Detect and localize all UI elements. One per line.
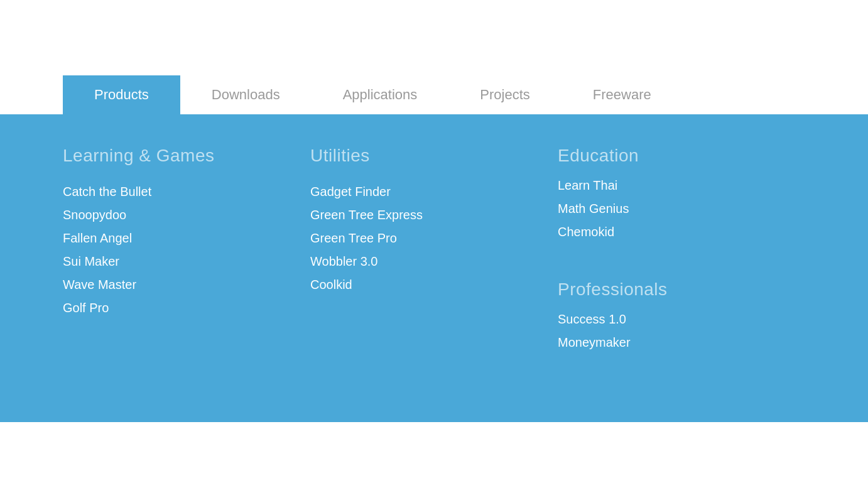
utilities-list: Gadget Finder Green Tree Express Green T…: [310, 185, 558, 292]
link-moneymaker[interactable]: Moneymaker: [558, 335, 631, 349]
education-list: Learn Thai Math Genius Chemokid: [558, 178, 805, 239]
list-item: Success 1.0: [558, 312, 805, 327]
list-item: Moneymaker: [558, 335, 805, 350]
link-fallen-angel[interactable]: Fallen Angel: [63, 231, 132, 245]
link-snoopydoo[interactable]: Snoopydoo: [63, 208, 126, 222]
top-area: [0, 0, 868, 75]
list-item: Wobbler 3.0: [310, 254, 558, 269]
list-item: Math Genius: [558, 202, 805, 216]
list-item: Chemokid: [558, 225, 805, 239]
link-wobbler[interactable]: Wobbler 3.0: [310, 254, 377, 268]
list-item: Sui Maker: [63, 254, 310, 269]
list-item: Fallen Angel: [63, 231, 310, 246]
list-item: Catch the Bullet: [63, 185, 310, 199]
link-golf-pro[interactable]: Golf Pro: [63, 301, 109, 315]
link-catch-the-bullet[interactable]: Catch the Bullet: [63, 185, 151, 198]
list-item: Green Tree Pro: [310, 231, 558, 246]
section-professionals: Professionals Success 1.0 Moneymaker: [558, 280, 805, 359]
section-education: Education Learn Thai Math Genius Chemoki…: [558, 146, 805, 248]
link-success[interactable]: Success 1.0: [558, 312, 626, 326]
tab-freeware[interactable]: Freeware: [561, 75, 683, 114]
column-title-education: Education: [558, 146, 805, 166]
link-wave-master[interactable]: Wave Master: [63, 278, 136, 291]
column-right: Education Learn Thai Math Genius Chemoki…: [558, 146, 805, 359]
link-coolkid[interactable]: Coolkid: [310, 278, 352, 291]
link-green-tree-express[interactable]: Green Tree Express: [310, 208, 423, 222]
list-item: Wave Master: [63, 278, 310, 292]
column-learning-games: Learning & Games Catch the Bullet Snoopy…: [63, 146, 310, 359]
list-item: Gadget Finder: [310, 185, 558, 199]
column-title-professionals: Professionals: [558, 280, 805, 300]
tab-applications[interactable]: Applications: [312, 75, 449, 114]
tab-projects[interactable]: Projects: [448, 75, 561, 114]
column-title-utilities: Utilities: [310, 146, 558, 166]
tab-bar: Products Downloads Applications Projects…: [0, 75, 868, 114]
list-item: Learn Thai: [558, 178, 805, 193]
professionals-list: Success 1.0 Moneymaker: [558, 312, 805, 350]
list-item: Golf Pro: [63, 301, 310, 315]
dropdown-panel: Learning & Games Catch the Bullet Snoopy…: [0, 114, 868, 422]
column-utilities: Utilities Gadget Finder Green Tree Expre…: [310, 146, 558, 359]
link-chemokid[interactable]: Chemokid: [558, 225, 614, 239]
learning-games-list: Catch the Bullet Snoopydoo Fallen Angel …: [63, 185, 310, 315]
column-title-learning-games: Learning & Games: [63, 146, 310, 166]
link-learn-thai[interactable]: Learn Thai: [558, 178, 617, 192]
tab-products[interactable]: Products: [63, 75, 180, 114]
link-sui-maker[interactable]: Sui Maker: [63, 254, 119, 268]
link-math-genius[interactable]: Math Genius: [558, 202, 629, 215]
link-green-tree-pro[interactable]: Green Tree Pro: [310, 231, 397, 245]
list-item: Green Tree Express: [310, 208, 558, 222]
link-gadget-finder[interactable]: Gadget Finder: [310, 185, 391, 198]
tab-downloads[interactable]: Downloads: [180, 75, 312, 114]
list-item: Snoopydoo: [63, 208, 310, 222]
list-item: Coolkid: [310, 278, 558, 292]
